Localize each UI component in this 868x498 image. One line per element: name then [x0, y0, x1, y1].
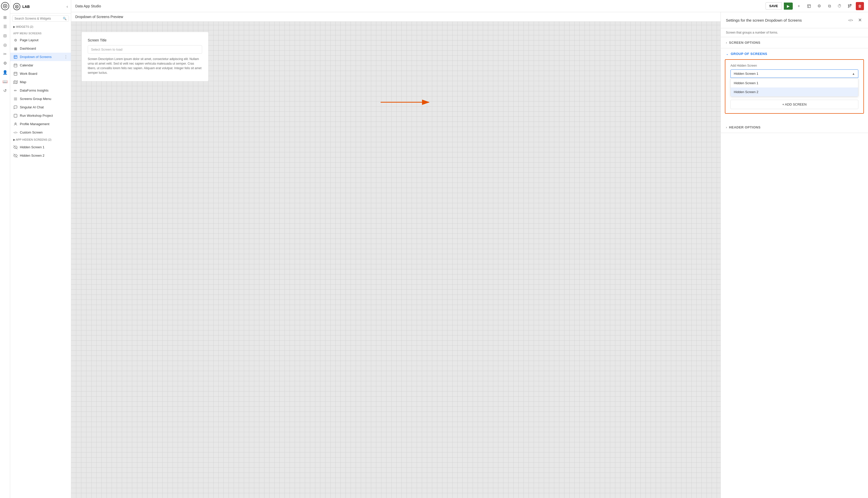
app-hidden-toggle[interactable]: ▶ APP HIDDEN SCREENS (2) — [10, 136, 71, 143]
sidebar-content: ▶ WIDGETS (2) APP MENU SCREENS ⚙ Page La… — [10, 24, 71, 498]
ai-chat-icon — [13, 105, 18, 109]
save-button[interactable]: SAVE — [765, 2, 782, 10]
sidebar-back-button[interactable]: ‹ — [67, 4, 68, 9]
nav-layers-icon[interactable]: ☰ — [1, 22, 9, 30]
nav-wrench-icon[interactable]: ⚙ — [1, 59, 9, 67]
app-hidden-label: ▶ APP HIDDEN SCREENS (2) — [13, 138, 51, 141]
nav-person-icon[interactable]: 👤 — [1, 68, 9, 76]
settings-close-button[interactable]: ✕ — [857, 16, 863, 24]
sidebar-item-map[interactable]: Map ⋮ — [10, 78, 71, 86]
dropdown-screens-icon — [13, 55, 18, 59]
sidebar-item-calendar[interactable]: Calendar ⋮ — [10, 61, 71, 69]
sidebar-item-hidden-screen-1[interactable]: Hidden Screen 1 ⋮ — [10, 143, 71, 151]
settings-description: Screen that groups a number of forms. — [721, 28, 868, 37]
sidebar-item-dropdown-of-screens[interactable]: Dropdown of Screens ⋮ — [10, 53, 71, 61]
screen-options-header[interactable]: › SCREEN OPTIONS — [721, 37, 868, 48]
sidebar-item-label: Dropdown of Screens — [20, 55, 62, 59]
sidebar-item-label: Hidden Screen 1 — [20, 145, 62, 149]
header-options-header[interactable]: › HEADER OPTIONS — [721, 122, 868, 133]
screen-options-section: › SCREEN OPTIONS — [721, 37, 868, 48]
svg-rect-2 — [14, 55, 17, 58]
dropdown-value: Hidden Screen 1 — [734, 72, 758, 76]
header-options-section: › HEADER OPTIONS — [721, 122, 868, 133]
settings-title: Settings for the screen Dropdown of Scre… — [726, 18, 844, 22]
sidebar-logo — [13, 3, 20, 10]
group-of-screens-section: ⌄ GROUP OF SCREENS Add Hidden Screen Hid… — [721, 48, 868, 122]
copy-button[interactable]: ⧉ — [825, 2, 833, 10]
dropdown-display[interactable]: Hidden Screen 1 ▲ — [731, 69, 858, 78]
header-options-title: HEADER OPTIONS — [729, 126, 760, 129]
sidebar-item-singular-ai-chat[interactable]: Singular AI Chat ⋮ — [10, 103, 71, 112]
hidden-screen-dropdown: Hidden Screen 1 ▲ Hidden Screen 1 Hidden… — [731, 69, 858, 97]
nav-dashboard-icon[interactable]: ⊟ — [1, 31, 9, 40]
group-of-screens-title: GROUP OF SCREENS — [731, 52, 767, 56]
sidebar: LAB ‹ 🔍 ▶ WIDGETS (2) APP MENU SCREENS ⚙… — [10, 0, 71, 498]
search-input[interactable] — [14, 17, 61, 20]
sidebar-item-dashboard[interactable]: ▦ Dashboard ⋮ — [10, 44, 71, 53]
sidebar-item-label: Run Workshop Project — [20, 114, 62, 118]
add-screen-button[interactable]: + ADD SCREEN — [731, 100, 858, 109]
delete-button[interactable]: 🗑 — [856, 2, 864, 10]
settings-button[interactable]: ⚙ — [815, 2, 823, 10]
dropdown-option-hidden-screen-1[interactable]: Hidden Screen 1 — [731, 79, 858, 88]
nav-refresh-icon[interactable]: ↺ — [1, 87, 9, 95]
profile-management-icon — [13, 122, 18, 127]
settings-header: Settings for the screen Dropdown of Scre… — [721, 12, 868, 28]
nav-grid-icon[interactable]: ⊞ — [1, 13, 9, 21]
sidebar-item-label: Page Layout — [20, 38, 62, 42]
sidebar-item-label: Work Board — [20, 72, 62, 76]
calendar-icon — [13, 63, 18, 68]
run-button[interactable]: ▶ — [784, 2, 793, 10]
nav-scissors-icon[interactable]: ✂ — [1, 50, 9, 58]
sidebar-item-label: Profile Management — [20, 122, 62, 126]
topbar: Data App Studio SAVE ▶ + ⚙ ⧉ ⏱ 🗑 — [71, 0, 868, 12]
app-menu-label: APP MENU SCREENS — [10, 30, 71, 36]
group-of-screens-content: Add Hidden Screen Hidden Screen 1 ▲ Hidd… — [725, 59, 864, 114]
select-screen-input[interactable]: Select Screen to load — [88, 45, 202, 54]
run-workshop-icon — [13, 114, 18, 118]
layout-button[interactable] — [805, 2, 813, 10]
hidden-screen-1-icon — [13, 145, 18, 149]
svg-rect-16 — [14, 114, 17, 117]
sidebar-item-menu-icon[interactable]: ⋮ — [64, 54, 68, 59]
preview-content: Screen Title Select Screen to load Scree… — [71, 22, 721, 498]
svg-point-24 — [848, 6, 849, 8]
sidebar-item-profile-management[interactable]: Profile Management ⋮ — [10, 120, 71, 128]
screen-options-chevron-icon: › — [726, 41, 727, 44]
preview-header: Dropdown of Screens Preview — [71, 12, 721, 22]
widgets-toggle[interactable]: ▶ WIDGETS (2) — [10, 24, 71, 30]
sidebar-item-label: Map — [20, 80, 62, 84]
preview-card: Screen Title Select Screen to load Scree… — [81, 32, 209, 81]
preview-area: Dropdown of Screens Preview Screen Title… — [71, 12, 721, 498]
dashboard-icon: ▦ — [13, 46, 18, 51]
dropdown-arrow-icon: ▲ — [852, 72, 855, 76]
dropdown-option-hidden-screen-2[interactable]: Hidden Screen 2 — [731, 88, 858, 96]
sidebar-item-dataforms-insights[interactable]: ✏ DataForms Insights ⋮ — [10, 86, 71, 95]
topbar-title: Data App Studio — [75, 4, 101, 8]
settings-code-button[interactable]: </> — [846, 17, 855, 23]
search-icon: 🔍 — [63, 17, 67, 20]
group-chevron-icon: ⌄ — [726, 52, 729, 56]
add-button[interactable]: + — [795, 2, 803, 10]
branch-button[interactable] — [846, 2, 854, 10]
sidebar-item-label: Dashboard — [20, 47, 62, 50]
sidebar-item-run-workshop-project[interactable]: Run Workshop Project ⋮ — [10, 112, 71, 120]
dataforms-insights-icon: ✏ — [13, 88, 18, 93]
sidebar-item-page-layout[interactable]: ⚙ Page Layout ⋮ — [10, 36, 71, 44]
sidebar-item-work-board[interactable]: Work Board ⋮ — [10, 69, 71, 78]
nav-target-icon[interactable]: ◎ — [1, 41, 9, 49]
history-button[interactable]: ⏱ — [836, 2, 844, 10]
sidebar-item-screens-group-menu[interactable]: Screens Group Menu ⋮ — [10, 95, 71, 103]
group-of-screens-header[interactable]: ⌄ GROUP OF SCREENS — [721, 48, 868, 59]
sidebar-item-custom-screen[interactable]: </> Custom Screen ⋮ — [10, 128, 71, 136]
work-board-icon — [13, 71, 18, 76]
widgets-label: ▶ WIDGETS (2) — [13, 25, 33, 28]
sidebar-app-title: LAB — [22, 4, 30, 9]
nav-book-icon[interactable]: 📖 — [1, 77, 9, 86]
sidebar-item-label: Custom Screen — [20, 130, 62, 134]
dropdown-list: Hidden Screen 1 Hidden Screen 2 — [731, 78, 858, 97]
app-logo[interactable] — [1, 2, 9, 10]
sidebar-header: LAB ‹ — [10, 0, 71, 13]
sidebar-item-hidden-screen-2[interactable]: Hidden Screen 2 ⋮ — [10, 151, 71, 160]
settings-panel: Settings for the screen Dropdown of Scre… — [721, 12, 868, 498]
